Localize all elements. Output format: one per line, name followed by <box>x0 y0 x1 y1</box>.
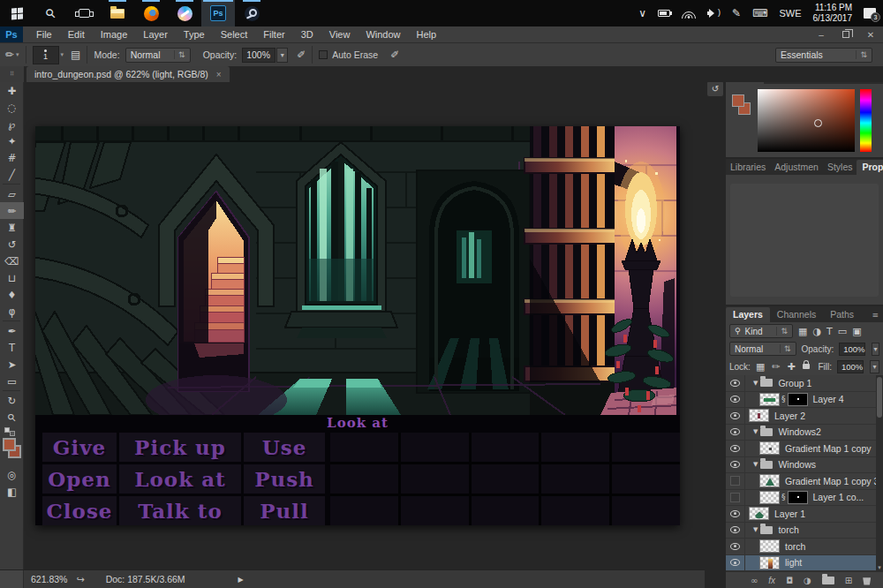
krita-button[interactable] <box>168 0 201 26</box>
layer-thumbnail[interactable] <box>749 409 769 422</box>
rotate-view-tool[interactable]: ↻ <box>0 392 24 409</box>
brush-size-picker[interactable]: 1 <box>33 46 59 64</box>
steam-button[interactable] <box>235 0 268 26</box>
link-layers-button[interactable]: ∞ <box>751 576 758 585</box>
layer-thumbnail[interactable] <box>759 474 780 487</box>
menu-layer[interactable]: Layer <box>135 26 176 42</box>
dodge-tool[interactable]: φ <box>0 303 24 320</box>
hue-slider[interactable] <box>860 89 872 152</box>
panel-menu-icon[interactable]: ≡ <box>867 311 883 322</box>
foreground-color-swatch[interactable] <box>3 438 16 451</box>
layer-thumbnail[interactable] <box>749 507 769 520</box>
opacity-caret-icon[interactable]: ▾ <box>872 343 879 356</box>
photoshop-button[interactable]: Ps <box>201 0 235 26</box>
filter-smart-objects-icon[interactable]: ▣ <box>852 326 861 337</box>
verb-pick-up[interactable]: Pick up <box>119 433 241 462</box>
visibility-toggle[interactable] <box>726 523 745 539</box>
type-tool[interactable]: T <box>0 339 24 356</box>
layer-thumbnail[interactable] <box>759 491 780 504</box>
fill-field[interactable]: 100% <box>837 360 864 373</box>
tab-libraries[interactable]: Libraries <box>726 160 770 175</box>
foreground-color-swatch[interactable] <box>732 94 744 107</box>
status-expand-icon[interactable]: ▶ <box>238 576 244 584</box>
menu-3d[interactable]: 3D <box>293 26 321 42</box>
layer-mask-thumbnail[interactable] <box>788 393 808 406</box>
layer-row-gradient-map-1-copy-3[interactable]: Gradient Map 1 copy 3 <box>726 473 883 490</box>
pencil-tool[interactable]: ✏ <box>0 202 24 219</box>
tray-chevron-icon[interactable]: ∨ <box>638 7 646 19</box>
visibility-toggle[interactable] <box>726 473 745 489</box>
shape-tool[interactable]: ▭ <box>0 373 24 389</box>
move-tool[interactable]: ✚ <box>0 82 24 99</box>
magic-wand-tool[interactable]: ✦ <box>0 132 24 149</box>
layer-row-windows2[interactable]: ▼ Windows2 <box>726 425 883 441</box>
layers-opacity-field[interactable]: 100% <box>839 343 865 356</box>
layer-row-layer-2[interactable]: Layer 2 <box>726 408 883 425</box>
smoothing-airbrush-icon[interactable]: ✐ <box>390 49 399 61</box>
layer-thumbnail[interactable] <box>759 393 780 406</box>
start-button[interactable] <box>0 0 34 26</box>
visibility-toggle[interactable] <box>726 457 745 473</box>
lasso-tool[interactable]: ℘ <box>0 116 24 132</box>
tools-panel-grip[interactable]: ⠿ <box>0 66 24 82</box>
tab-layers[interactable]: Layers <box>726 307 770 322</box>
taskbar-clock[interactable]: 11:16 PM 6/13/2017 <box>813 3 853 24</box>
menu-view[interactable]: View <box>321 26 358 42</box>
visibility-toggle[interactable] <box>726 490 745 506</box>
layer-row-layer-1[interactable]: Layer 1 <box>726 506 883 523</box>
verb-give[interactable]: Give <box>42 433 117 462</box>
layer-style-button[interactable]: fx <box>768 576 775 585</box>
layer-row-windows[interactable]: ▼ Windows <box>726 457 883 474</box>
firefox-button[interactable] <box>134 0 168 26</box>
lock-all-icon[interactable] <box>803 364 810 369</box>
expand-icon[interactable]: ▼ <box>753 380 758 387</box>
layer-row-torch-group[interactable]: ▼ torch <box>726 523 883 539</box>
workspace-dropdown[interactable]: Essentials⇅ <box>775 48 872 63</box>
layer-thumbnail[interactable] <box>759 539 780 553</box>
layer-row-group-1[interactable]: ▼ Group 1 <box>726 375 883 392</box>
zoom-tool[interactable]: ⚲ <box>0 409 24 426</box>
menu-file[interactable]: File <box>28 26 60 42</box>
close-button[interactable]: ✕ <box>858 30 883 40</box>
volume-icon[interactable]: ) <box>707 8 721 19</box>
scroll-down-icon[interactable]: ▾ <box>876 564 883 571</box>
new-layer-button[interactable]: ⊞ <box>845 576 852 585</box>
layer-mask-thumbnail[interactable] <box>788 491 808 504</box>
tab-adjustments[interactable]: Adjustmen <box>770 160 823 175</box>
pen-tool[interactable]: ✒ <box>0 322 24 339</box>
default-colors-icon[interactable] <box>0 426 24 436</box>
verb-close[interactable]: Close <box>42 496 117 525</box>
task-view-button[interactable] <box>67 0 101 26</box>
adjustment-layer-button[interactable]: ◑ <box>804 576 811 585</box>
healing-brush-tool[interactable]: ▱ <box>0 185 24 202</box>
blur-tool[interactable]: ♦ <box>0 286 24 303</box>
filter-adjustment-layers-icon[interactable]: ◑ <box>812 326 821 337</box>
canvas[interactable]: Look at Give Pick up Use Open Look at Pu… <box>35 126 680 525</box>
layer-thumbnail[interactable] <box>759 556 780 569</box>
scrollbar-thumb[interactable] <box>877 377 882 418</box>
current-tool-icon[interactable]: ✏ <box>5 49 14 61</box>
mode-dropdown[interactable]: Normal⇅ <box>125 48 191 63</box>
tab-channels[interactable]: Channels <box>770 307 823 322</box>
visibility-toggle[interactable] <box>726 408 745 424</box>
zoom-level[interactable]: 621.83% <box>31 574 67 584</box>
history-brush-tool[interactable]: ↺ <box>0 236 24 253</box>
opacity-field[interactable]: 100% <box>242 48 275 63</box>
touch-keyboard-icon[interactable]: ⌨ <box>752 7 767 19</box>
verb-look-at[interactable]: Look at <box>119 464 241 494</box>
quick-mask-button[interactable]: ◎ <box>0 466 24 483</box>
visibility-toggle[interactable] <box>726 506 745 522</box>
paint-bucket-tool[interactable]: ⊔ <box>0 269 24 286</box>
blend-mode-dropdown[interactable]: Normal ⇅ <box>729 342 796 356</box>
layer-row-layer-1-copy[interactable]: § Layer 1 co... <box>726 490 883 507</box>
verb-talk-to[interactable]: Talk to <box>119 496 241 525</box>
brush-panel-toggle-icon[interactable]: ▤ <box>71 49 80 61</box>
screen-mode-button[interactable]: ◧ <box>0 483 24 500</box>
tab-styles[interactable]: Styles <box>823 160 857 175</box>
visibility-toggle[interactable] <box>726 392 745 408</box>
verb-push[interactable]: Push <box>244 464 325 494</box>
saturation-value-picker[interactable] <box>758 89 855 152</box>
new-group-button[interactable] <box>822 577 834 584</box>
tab-properties[interactable]: Properties <box>857 160 883 175</box>
export-icon[interactable]: ↪ <box>76 574 84 585</box>
